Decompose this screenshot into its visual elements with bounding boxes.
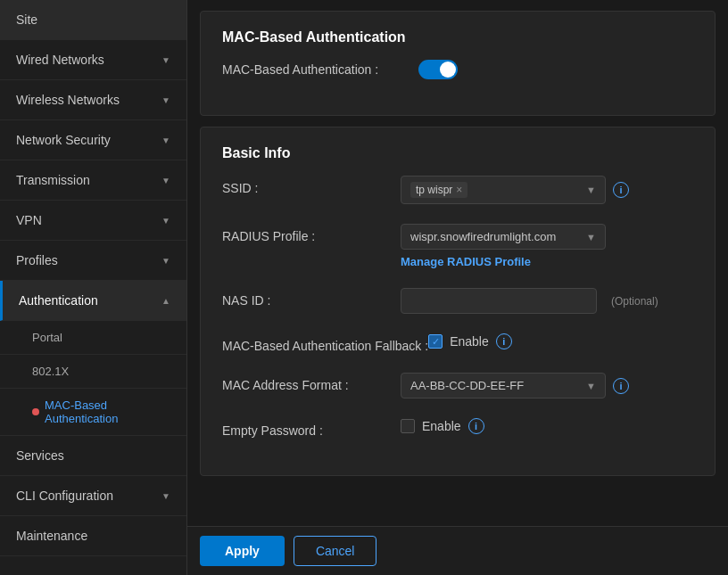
empty-password-label: Empty Password : (222, 418, 401, 438)
radius-input-row: wispr.snowfiredrumlight.com ▼ (401, 224, 693, 250)
chevron-down-icon: ▼ (161, 216, 170, 226)
sidebar-item-authentication-label: Authentication (19, 293, 98, 308)
bottom-bar: Apply Cancel (187, 526, 728, 575)
sidebar-item-network-security-label: Network Security (16, 133, 111, 147)
sidebar: Site Wired Networks ▼ Wireless Networks … (0, 0, 187, 575)
sidebar-item-site[interactable]: Site (0, 0, 186, 40)
sidebar-item-wireless-networks[interactable]: Wireless Networks ▼ (0, 80, 186, 120)
sidebar-item-maintenance[interactable]: Maintenance (0, 516, 186, 556)
sidebar-item-authentication[interactable]: Authentication ▲ (0, 281, 186, 321)
sidebar-item-vpn-label: VPN (16, 213, 42, 227)
sidebar-item-portal-label: Portal (32, 331, 62, 344)
sidebar-item-services-label: Services (16, 448, 64, 463)
ssid-tag-close-icon[interactable]: × (456, 184, 462, 196)
basic-info-card: Basic Info SSID : tp wispr × ▼ i (200, 127, 716, 476)
ssid-select-arrow-icon: ▼ (586, 185, 596, 195)
chevron-down-icon: ▼ (161, 136, 170, 145)
content-area: MAC-Based Authentication MAC-Based Authe… (187, 0, 728, 526)
mac-fallback-info-icon[interactable]: i (496, 333, 512, 349)
sidebar-item-8021x[interactable]: 802.1X (0, 355, 186, 389)
toggle-label: MAC-Based Authentication : (222, 62, 418, 77)
mac-format-input-row: AA-BB-CC-DD-EE-FF ▼ i (401, 373, 693, 398)
sidebar-item-mac-based-auth[interactable]: MAC-Based Authentication (0, 389, 186, 436)
mac-fallback-content: Enable i (428, 333, 693, 349)
sidebar-indicator (32, 408, 39, 415)
nas-id-content: (Optional) (401, 288, 693, 314)
mac-format-arrow-icon: ▼ (586, 381, 596, 391)
ssid-tag-value: tp wispr (416, 184, 452, 196)
radius-row: RADIUS Profile : wispr.snowfiredrumlight… (222, 224, 693, 268)
radius-content: wispr.snowfiredrumlight.com ▼ Manage RAD… (401, 224, 693, 268)
chevron-down-icon: ▼ (161, 55, 170, 65)
radius-select-value: wispr.snowfiredrumlight.com (410, 230, 579, 243)
mac-format-info-icon[interactable]: i (613, 378, 629, 394)
mac-fallback-enable-label: Enable (450, 334, 489, 349)
sidebar-item-profiles[interactable]: Profiles ▼ (0, 241, 186, 281)
ssid-select[interactable]: tp wispr × ▼ (401, 176, 606, 204)
sidebar-item-mac-based-auth-label: MAC-Based Authentication (45, 398, 170, 425)
mac-fallback-row: MAC-Based Authentication Fallback : Enab… (222, 333, 693, 353)
sidebar-item-profiles-label: Profiles (16, 253, 58, 267)
nas-id-label: NAS ID : (222, 288, 401, 308)
nas-id-input[interactable] (401, 288, 597, 314)
chevron-up-icon: ▲ (161, 296, 170, 306)
ssid-input-row: tp wispr × ▼ i (401, 176, 693, 204)
manage-radius-link[interactable]: Manage RADIUS Profile (401, 255, 693, 268)
mac-format-select[interactable]: AA-BB-CC-DD-EE-FF ▼ (401, 373, 606, 398)
nas-id-input-row: (Optional) (401, 288, 693, 314)
sidebar-item-wireless-networks-label: Wireless Networks (16, 93, 120, 107)
cancel-button[interactable]: Cancel (294, 536, 377, 566)
mac-format-row: MAC Address Format : AA-BB-CC-DD-EE-FF ▼… (222, 373, 693, 398)
chevron-down-icon: ▼ (161, 95, 170, 105)
card2-title: Basic Info (222, 145, 693, 161)
ssid-content: tp wispr × ▼ i (401, 176, 693, 204)
sidebar-item-cli-configuration[interactable]: CLI Configuration ▼ (0, 476, 186, 516)
sidebar-item-site-label: Site (16, 12, 37, 27)
sidebar-item-services[interactable]: Services (0, 436, 186, 476)
mac-auth-toggle-card: MAC-Based Authentication MAC-Based Authe… (200, 11, 716, 116)
empty-password-checkbox[interactable] (401, 419, 415, 433)
mac-fallback-checkbox-row: Enable i (428, 333, 693, 349)
empty-password-content: Enable i (401, 418, 693, 434)
empty-password-checkbox-row: Enable i (401, 418, 693, 434)
sidebar-item-vpn[interactable]: VPN ▼ (0, 201, 186, 241)
main-content: MAC-Based Authentication MAC-Based Authe… (187, 0, 728, 575)
sidebar-item-portal[interactable]: Portal (0, 321, 186, 355)
ssid-info-icon[interactable]: i (613, 182, 629, 198)
empty-password-row: Empty Password : Enable i (222, 418, 693, 438)
ssid-tag: tp wispr × (410, 182, 467, 198)
radius-select-arrow-icon: ▼ (586, 232, 596, 242)
radius-select[interactable]: wispr.snowfiredrumlight.com ▼ (401, 224, 606, 250)
mac-format-label: MAC Address Format : (222, 373, 401, 392)
toggle-row: MAC-Based Authentication : (222, 60, 693, 79)
empty-password-enable-label: Enable (422, 419, 461, 433)
radius-label: RADIUS Profile : (222, 224, 401, 243)
sidebar-item-transmission[interactable]: Transmission ▼ (0, 160, 186, 201)
mac-fallback-label: MAC-Based Authentication Fallback : (222, 333, 428, 353)
apply-button[interactable]: Apply (200, 536, 285, 566)
mac-format-select-value: AA-BB-CC-DD-EE-FF (410, 379, 579, 392)
toggle-thumb (440, 62, 456, 78)
toggle-track (418, 60, 458, 79)
mac-fallback-checkbox[interactable] (428, 334, 443, 349)
sidebar-item-8021x-label: 802.1X (32, 365, 69, 378)
sidebar-item-wired-networks[interactable]: Wired Networks ▼ (0, 40, 186, 80)
mac-auth-toggle[interactable] (418, 60, 458, 79)
empty-password-info-icon[interactable]: i (468, 418, 484, 434)
nas-id-row: NAS ID : (Optional) (222, 288, 693, 314)
ssid-row: SSID : tp wispr × ▼ i (222, 176, 693, 204)
ssid-label: SSID : (222, 176, 401, 195)
chevron-down-icon: ▼ (161, 176, 170, 185)
chevron-down-icon: ▼ (161, 256, 170, 266)
sidebar-item-maintenance-label: Maintenance (16, 529, 87, 543)
sidebar-item-transmission-label: Transmission (16, 173, 90, 187)
nas-id-optional: (Optional) (611, 295, 658, 308)
mac-format-content: AA-BB-CC-DD-EE-FF ▼ i (401, 373, 693, 398)
card1-title: MAC-Based Authentication (222, 29, 693, 45)
chevron-down-icon: ▼ (161, 491, 170, 501)
sidebar-item-cli-configuration-label: CLI Configuration (16, 489, 113, 503)
sidebar-item-wired-networks-label: Wired Networks (16, 53, 104, 67)
sidebar-item-network-security[interactable]: Network Security ▼ (0, 120, 186, 160)
